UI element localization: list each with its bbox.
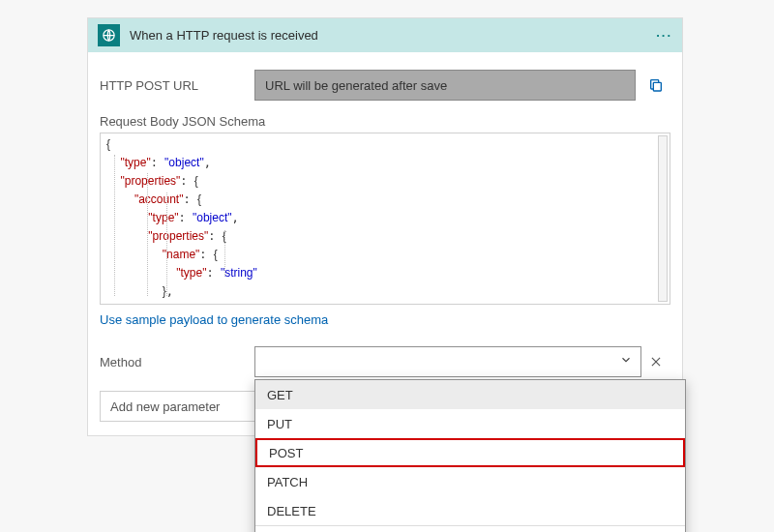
svg-rect-1 bbox=[653, 82, 661, 91]
schema-editor[interactable]: { "type": "object", "properties": { "acc… bbox=[100, 133, 670, 305]
method-option-get[interactable]: GET bbox=[255, 380, 685, 409]
method-option-patch[interactable]: PATCH bbox=[255, 467, 685, 496]
post-url-field: URL will be generated after save bbox=[254, 70, 636, 101]
clear-method-button[interactable] bbox=[641, 346, 670, 377]
card-title: When a HTTP request is received bbox=[130, 28, 656, 43]
method-dropdown: GETPUTPOSTPATCHDELETEEnter custom value bbox=[254, 379, 686, 532]
method-label: Method bbox=[100, 355, 254, 369]
method-option-custom[interactable]: Enter custom value bbox=[255, 525, 685, 532]
trigger-card: When a HTTP request is received ··· HTTP… bbox=[87, 17, 683, 436]
card-header[interactable]: When a HTTP request is received ··· bbox=[88, 18, 682, 52]
globe-icon bbox=[98, 24, 120, 46]
chevron-down-icon bbox=[619, 353, 633, 370]
sample-payload-link[interactable]: Use sample payload to generate schema bbox=[100, 312, 328, 327]
add-parameter-label: Add new parameter bbox=[110, 399, 220, 414]
scrollbar[interactable] bbox=[658, 135, 668, 302]
method-option-post[interactable]: POST bbox=[255, 438, 685, 467]
method-select[interactable] bbox=[254, 346, 641, 377]
card-menu-button[interactable]: ··· bbox=[656, 28, 672, 43]
method-option-delete[interactable]: DELETE bbox=[255, 496, 685, 525]
method-option-put[interactable]: PUT bbox=[255, 409, 685, 438]
post-url-label: HTTP POST URL bbox=[100, 78, 254, 93]
copy-url-button[interactable] bbox=[641, 70, 670, 101]
schema-label: Request Body JSON Schema bbox=[100, 114, 670, 129]
